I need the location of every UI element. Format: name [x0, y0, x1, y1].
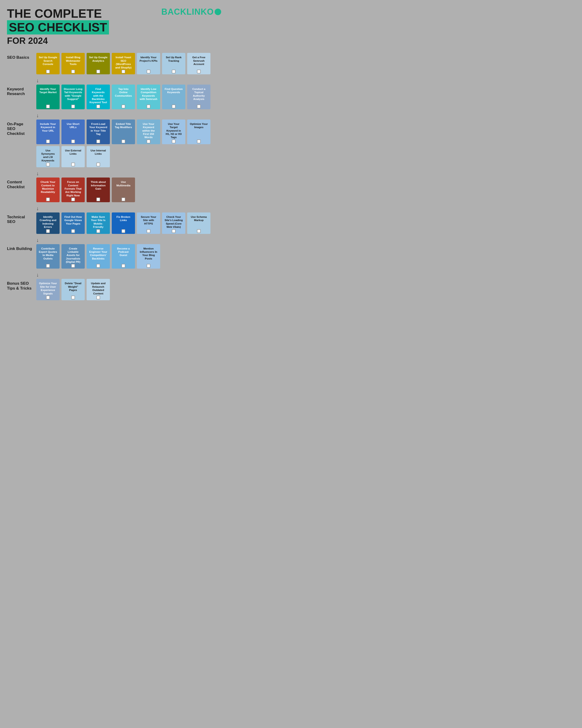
card-on-page-seo-6: Optimize Your Images	[187, 120, 211, 144]
card-text-keyword-research-4: Identify Low Competition Keywords with S…	[139, 87, 158, 101]
card-link-building-0: Contribute Expert Quotes to Media Outlet…	[36, 244, 60, 269]
checkbox-link-building-3[interactable]	[121, 264, 125, 268]
card-text-on-page-seo-4: Use Your Keyword within the First 150 Wo…	[139, 122, 158, 139]
checkbox-seo-basics-2[interactable]	[96, 70, 100, 73]
checkbox-on-page-seo-9[interactable]	[96, 163, 100, 166]
arrow-to-technical-seo: ↓	[36, 206, 221, 211]
card-text-seo-basics-3: Install Yoast SEO (WordPress and Shopify…	[114, 56, 133, 69]
card-technical-seo-3: Fix Broken Links	[112, 212, 135, 234]
checkbox-keyword-research-1[interactable]	[71, 105, 75, 108]
title-highlight: SEO CHECKLIST	[7, 20, 109, 34]
checkbox-on-page-seo-2[interactable]	[96, 139, 100, 143]
checkbox-bonus-tips-2[interactable]	[96, 296, 100, 300]
checkbox-seo-basics-4[interactable]	[147, 70, 150, 73]
card-technical-seo-4: Secure Your Site with HTTPS	[137, 212, 160, 234]
checkbox-content-checklist-1[interactable]	[71, 198, 75, 201]
card-text-link-building-1: Create Linkable Assets for Journalists (…	[64, 247, 82, 264]
checkbox-link-building-2[interactable]	[96, 264, 100, 268]
card-on-page-seo-8: Use External Links	[61, 146, 85, 167]
card-text-link-building-2: Reverse Engineer Your Competitors' Backl…	[89, 247, 108, 260]
card-text-on-page-seo-9: Use Internal Links	[89, 149, 108, 156]
checkbox-on-page-seo-7[interactable]	[46, 163, 50, 166]
arrow-down-icon: ↓	[36, 112, 39, 119]
checkbox-technical-seo-3[interactable]	[121, 229, 125, 233]
checkbox-on-page-seo-8[interactable]	[71, 163, 75, 166]
card-bonus-tips-2: Update and Relaunch Outdated Content	[87, 279, 110, 300]
card-text-keyword-research-5: Find Question Keywords	[164, 87, 183, 94]
card-keyword-research-5: Find Question Keywords	[162, 84, 185, 109]
checkbox-technical-seo-1[interactable]	[71, 229, 75, 233]
card-text-on-page-seo-7: Use Synonyms and LSI Keywords	[39, 149, 57, 162]
checkbox-technical-seo-5[interactable]	[172, 229, 175, 233]
card-text-content-checklist-3: Use Multimedia	[114, 180, 133, 187]
card-keyword-research-0: Identify Your Target Market	[36, 84, 60, 109]
card-text-link-building-3: Become a Podcast Guest	[114, 247, 133, 257]
checkbox-keyword-research-6[interactable]	[197, 105, 201, 108]
card-text-technical-seo-5: Check Your Site's Loading Speed (Core We…	[164, 215, 183, 229]
checkbox-keyword-research-4[interactable]	[147, 105, 150, 108]
checkbox-keyword-research-2[interactable]	[96, 105, 100, 108]
card-text-technical-seo-3: Fix Broken Links	[114, 215, 133, 222]
checkbox-technical-seo-2[interactable]	[96, 229, 100, 233]
checkbox-seo-basics-0[interactable]	[46, 70, 50, 73]
section-label-seo-basics: SEO Basics	[7, 53, 33, 60]
card-text-on-page-seo-0: Include Your Keyword in Your URL	[39, 122, 57, 132]
checkbox-seo-basics-6[interactable]	[197, 70, 201, 73]
card-keyword-research-4: Identify Low Competition Keywords with S…	[137, 84, 160, 109]
arrow-to-on-page-seo: ↓	[36, 112, 221, 119]
checkbox-technical-seo-4[interactable]	[147, 229, 150, 233]
card-technical-seo-6: Use Schema Markup	[187, 212, 211, 234]
section-row-on-page-seo: On-Page SEO ChecklistInclude Your Keywor…	[7, 120, 221, 167]
checkbox-content-checklist-0[interactable]	[46, 198, 50, 201]
checkbox-on-page-seo-0[interactable]	[46, 139, 50, 143]
card-text-on-page-seo-3: Embed Title Tag Modifiers	[114, 122, 133, 129]
cards-container-on-page-seo: Include Your Keyword in Your URLUse Shor…	[36, 120, 221, 167]
main-content: SEO BasicsSet Up Google Search ConsoleIn…	[7, 53, 221, 300]
arrow-to-keyword-research: ↓	[36, 78, 221, 84]
arrow-to-content-checklist: ↓	[36, 171, 221, 177]
title-line1: THE COMPLETE	[7, 7, 109, 20]
section-label-technical-seo: Technical SEO	[7, 212, 33, 224]
card-on-page-seo-3: Embed Title Tag Modifiers	[112, 120, 135, 144]
checkbox-keyword-research-0[interactable]	[46, 105, 50, 108]
checkbox-technical-seo-6[interactable]	[197, 229, 201, 233]
card-text-technical-seo-2: Make Sure Your Site Is Mobile-Friendly	[89, 215, 108, 229]
card-text-keyword-research-3: Tap Into Online Communities	[114, 87, 133, 97]
logo-text: BACKLINKO	[161, 7, 214, 17]
card-technical-seo-0: Identify Crawling and Indexing Errors	[36, 212, 60, 234]
card-keyword-research-1: Discover Long Tail Keywords with "Google…	[61, 84, 85, 109]
checkbox-content-checklist-2[interactable]	[96, 198, 100, 201]
checkbox-seo-basics-1[interactable]	[71, 70, 75, 73]
card-text-seo-basics-6: Get a Free Semrush Account	[190, 56, 208, 66]
card-seo-basics-0: Set Up Google Search Console	[36, 53, 60, 74]
card-text-on-page-seo-2: Front-Load Your Keyword in Your Title Ta…	[89, 122, 108, 136]
checkbox-technical-seo-0[interactable]	[46, 229, 50, 233]
section-row-technical-seo: Technical SEOIdentify Crawling and Index…	[7, 212, 221, 234]
checkbox-on-page-seo-5[interactable]	[172, 139, 175, 143]
checkbox-keyword-research-3[interactable]	[121, 105, 125, 108]
checkbox-seo-basics-3[interactable]	[121, 70, 125, 73]
checkbox-on-page-seo-4[interactable]	[147, 139, 150, 143]
checkbox-link-building-0[interactable]	[46, 264, 50, 268]
section-row-keyword-research: Keyword ResearchIdentify Your Target Mar…	[7, 84, 221, 109]
checkbox-content-checklist-3[interactable]	[121, 198, 125, 201]
card-text-seo-basics-4: Identify Your Project's KPIs	[139, 56, 158, 62]
section-row-bonus-tips: Bonus SEO Tips & TricksOptimize Your Sit…	[7, 279, 221, 300]
checkbox-bonus-tips-0[interactable]	[46, 296, 50, 300]
checkbox-bonus-tips-1[interactable]	[71, 296, 75, 300]
card-text-bonus-tips-1: Delete "Dead Weight" Pages	[64, 282, 82, 292]
checkbox-link-building-4[interactable]	[147, 264, 150, 268]
section-label-bonus-tips: Bonus SEO Tips & Tricks	[7, 279, 33, 291]
card-text-on-page-seo-1: Use Short URLs	[64, 122, 82, 129]
card-text-content-checklist-1: Focus on Content Formats That Are Workin…	[64, 180, 82, 197]
card-technical-seo-2: Make Sure Your Site Is Mobile-Friendly	[87, 212, 110, 234]
card-text-bonus-tips-2: Update and Relaunch Outdated Content	[89, 282, 108, 295]
checkbox-link-building-1[interactable]	[71, 264, 75, 268]
checkbox-keyword-research-5[interactable]	[172, 105, 175, 108]
header: THE COMPLETE SEO CHECKLIST FOR 2024 BACK…	[7, 7, 221, 46]
checkbox-seo-basics-5[interactable]	[172, 70, 175, 73]
title-line2: SEO CHECKLIST	[7, 20, 109, 34]
checkbox-on-page-seo-3[interactable]	[121, 139, 125, 143]
checkbox-on-page-seo-6[interactable]	[197, 139, 201, 143]
checkbox-on-page-seo-1[interactable]	[71, 139, 75, 143]
